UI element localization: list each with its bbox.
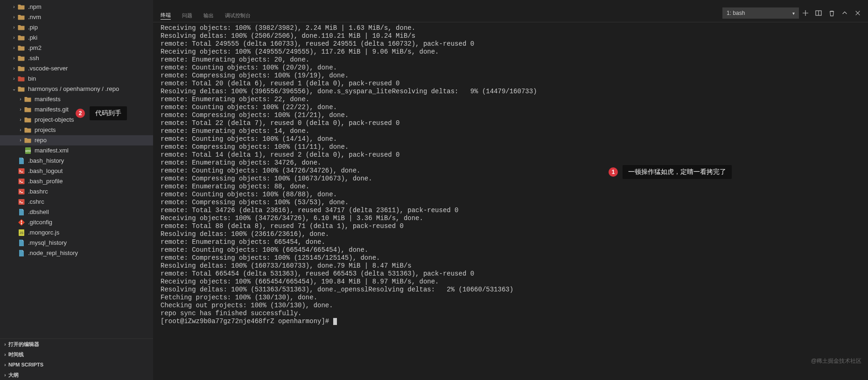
tree-folder[interactable]: ›.vscode-server: [0, 63, 153, 74]
tree-folder[interactable]: ›repo: [0, 135, 153, 145]
file-icon: [18, 157, 25, 165]
terminal-line: remote: Total 14 (delta 1), reused 2 (de…: [161, 151, 861, 159]
maximize-panel-button[interactable]: [838, 7, 851, 20]
chevron-right-icon[interactable]: ›: [10, 33, 18, 43]
shell-icon: [18, 167, 25, 175]
tree-file[interactable]: .dbshell: [0, 207, 153, 217]
tree-item-label: manifests.git: [35, 104, 69, 115]
chevron-right-icon[interactable]: ›: [10, 22, 18, 33]
terminal-line: remote: Compressing objects: 100% (19/19…: [161, 72, 861, 80]
terminal-line: remote: Compressing objects: 100% (12514…: [161, 254, 861, 262]
sidebar-section-header[interactable]: ›时间线: [0, 349, 153, 359]
svg-text:xml: xml: [25, 149, 31, 153]
terminal-line: repo sync has finished successfully.: [161, 310, 861, 318]
chevron-right-icon[interactable]: ›: [10, 53, 18, 63]
kill-terminal-button[interactable]: [825, 7, 838, 20]
tree-item-label: .bash_logout: [28, 166, 63, 176]
terminal-line: Fetching projects: 100% (130/130), done.: [161, 294, 861, 302]
tree-item-label: .nvm: [28, 12, 41, 22]
chevron-right-icon: ›: [2, 362, 8, 367]
chevron-right-icon[interactable]: ›: [17, 135, 24, 145]
tree-file[interactable]: .bashrc: [0, 187, 153, 197]
tree-folder[interactable]: ›.nvm: [0, 12, 153, 22]
panel-tab[interactable]: 调试控制台: [225, 12, 251, 20]
folder-icon: [18, 55, 25, 62]
sidebar-section-label: NPM SCRIPTS: [8, 362, 43, 367]
terminal-line: Resolving deltas: 100% (23616/23616), do…: [161, 230, 861, 238]
sidebar-section-header[interactable]: ›打开的编辑器: [0, 339, 153, 349]
tree-file[interactable]: JS.mongorc.js: [0, 228, 153, 238]
tree-item-label: .npm: [28, 2, 42, 12]
chevron-right-icon[interactable]: ›: [10, 74, 18, 84]
shell-icon: [18, 178, 25, 185]
terminal-toolbar: 1: bash ▾: [722, 7, 864, 20]
folder-icon: [24, 106, 32, 113]
tree-item-label: bin: [28, 74, 36, 84]
annotation-1: 1 一顿操作猛如虎，定睛一看拷完了: [609, 165, 732, 179]
tree-folder[interactable]: ›.pki: [0, 33, 153, 43]
chevron-right-icon[interactable]: ›: [17, 115, 24, 125]
tree-folder[interactable]: ⌄harmonyos / openharmony / .repo: [0, 84, 153, 94]
tree-folder[interactable]: ›.npm: [0, 2, 153, 12]
xml-icon: xml: [24, 147, 32, 154]
sidebar-section-label: 时间线: [8, 351, 24, 358]
tree-file[interactable]: .bash_profile: [0, 176, 153, 187]
tree-file[interactable]: .bash_history: [0, 156, 153, 166]
chevron-right-icon[interactable]: ›: [10, 63, 18, 74]
folder-icon: [18, 65, 25, 72]
terminal-line: remote: Compressing objects: 100% (10673…: [161, 175, 861, 183]
terminal-selector[interactable]: 1: bash ▾: [722, 7, 799, 19]
tree-item-label: repo: [35, 135, 47, 145]
tree-folder[interactable]: ›manifests: [0, 94, 153, 104]
annotation-badge: 1: [609, 167, 618, 177]
tree-file[interactable]: .node_repl_history: [0, 248, 153, 258]
terminal-output[interactable]: Receiving objects: 100% (3982/3982), 2.2…: [153, 22, 868, 380]
terminal-line: remote: Enumerating objects: 14, done.: [161, 127, 861, 135]
chevron-right-icon[interactable]: ›: [17, 125, 24, 135]
tree-folder[interactable]: ›bin: [0, 74, 153, 84]
file-tree: ›.npm›.nvm›.pip›.pki›.pm2›.ssh›.vscode-s…: [0, 0, 153, 339]
terminal-line: remote: Total 88 (delta 8), reused 71 (d…: [161, 222, 861, 230]
tree-file[interactable]: .gitconfig: [0, 217, 153, 228]
tree-item-label: manifest.xml: [35, 145, 69, 156]
terminal-prompt-line[interactable]: [root@iZwz9b0a77gz72nje468frZ openharmon…: [161, 318, 861, 325]
panel-tab[interactable]: 终端: [161, 12, 171, 20]
chevron-right-icon[interactable]: ›: [17, 94, 24, 104]
tree-item-label: project-objects: [35, 115, 74, 125]
tree-item-label: .bash_profile: [28, 176, 63, 187]
tree-folder[interactable]: ›.ssh: [0, 53, 153, 63]
new-terminal-button[interactable]: [799, 7, 812, 20]
chevron-down-icon[interactable]: ⌄: [10, 84, 18, 94]
terminal-line: Receiving objects: 100% (665454/665454),…: [161, 278, 861, 286]
tree-file[interactable]: .cshrc: [0, 197, 153, 207]
tree-file[interactable]: .mysql_history: [0, 238, 153, 248]
panel-tab[interactable]: 问题: [182, 12, 192, 20]
folder-icon: [24, 137, 32, 144]
terminal-line: remote: Total 665454 (delta 531363), reu…: [161, 270, 861, 278]
chevron-right-icon[interactable]: ›: [17, 104, 24, 115]
tree-file[interactable]: .bash_logout: [0, 166, 153, 176]
terminal-line: remote: Enumerating objects: 34726, done…: [161, 159, 861, 167]
tree-folder[interactable]: ›.pip: [0, 22, 153, 33]
chevron-right-icon[interactable]: ›: [10, 12, 18, 22]
file-icon: [18, 208, 25, 216]
sidebar-section-header[interactable]: ›大纲: [0, 370, 153, 380]
chevron-down-icon: ▾: [792, 11, 795, 16]
sidebar-section-header[interactable]: ›NPM SCRIPTS: [0, 359, 153, 370]
tree-file[interactable]: xmlmanifest.xml: [0, 145, 153, 156]
tree-item-label: .mysql_history: [28, 238, 67, 248]
terminal-line: remote: Counting objects: 100% (14/14), …: [161, 135, 861, 143]
tree-folder[interactable]: ›.pm2: [0, 43, 153, 53]
tree-item-label: .pki: [28, 33, 37, 43]
split-terminal-button[interactable]: [812, 7, 825, 20]
close-panel-button[interactable]: [851, 7, 864, 20]
terminal-line: remote: Enumerating objects: 665454, don…: [161, 238, 861, 246]
terminal-panel: 终端问题输出调试控制台 1: bash ▾ Receiving objects: [153, 0, 868, 380]
terminal-line: Receiving objects: 100% (249555/249555),…: [161, 48, 861, 56]
folder-icon: [18, 85, 25, 93]
chevron-right-icon[interactable]: ›: [10, 43, 18, 53]
tree-folder[interactable]: ›projects: [0, 125, 153, 135]
panel-tab[interactable]: 输出: [203, 12, 214, 20]
annotation-text: 代码到手: [90, 106, 127, 120]
chevron-right-icon[interactable]: ›: [10, 2, 18, 12]
